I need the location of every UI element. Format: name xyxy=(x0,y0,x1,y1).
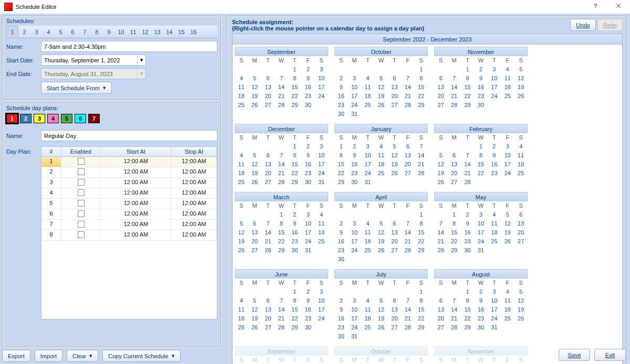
calendar-day[interactable]: 20 xyxy=(261,92,275,101)
calendar-day[interactable]: 26 xyxy=(248,101,261,110)
calendar-day[interactable]: 22 xyxy=(415,92,428,101)
calendar-day[interactable]: 29 xyxy=(288,101,301,110)
calendar-day[interactable]: 22 xyxy=(288,314,301,323)
calendar-day[interactable]: 15 xyxy=(474,160,487,169)
calendar-day[interactable]: 17 xyxy=(474,228,487,237)
plan-swatch[interactable]: 1 xyxy=(6,114,18,123)
calendar-day[interactable]: 20 xyxy=(248,237,261,246)
calendar-day[interactable]: 29 xyxy=(447,246,460,255)
calendar-day[interactable]: 26 xyxy=(248,178,261,187)
calendar-day[interactable]: 25 xyxy=(315,237,328,246)
calendar-day[interactable]: 13 xyxy=(261,305,275,314)
calendar-day[interactable]: 18 xyxy=(501,305,514,314)
calendar-day[interactable]: 30 xyxy=(288,246,301,255)
calendar-day[interactable]: 11 xyxy=(374,151,387,160)
calendar-day[interactable]: 15 xyxy=(334,160,348,169)
calendar-day[interactable]: 17 xyxy=(315,305,328,314)
calendar-day[interactable]: 13 xyxy=(388,83,401,92)
calendar-day[interactable]: 9 xyxy=(474,74,487,83)
calendar-day[interactable]: 20 xyxy=(388,314,401,323)
calendar-day[interactable]: 4 xyxy=(374,142,387,151)
calendar-day[interactable]: 7 xyxy=(275,151,288,160)
schedule-tab[interactable]: 8 xyxy=(91,26,103,38)
calendar-day[interactable]: 1 xyxy=(275,210,288,219)
calendar-day[interactable]: 24 xyxy=(315,314,328,323)
calendar-day[interactable]: 23 xyxy=(474,92,487,101)
calendar-day[interactable]: 23 xyxy=(301,169,314,178)
calendar-day[interactable]: 12 xyxy=(374,305,387,314)
calendar-day[interactable]: 5 xyxy=(248,151,261,160)
calendar-day[interactable]: 16 xyxy=(474,83,487,92)
calendar-day[interactable]: 28 xyxy=(461,178,474,187)
calendar-day[interactable]: 15 xyxy=(447,228,460,237)
calendar-day[interactable]: 6 xyxy=(447,151,460,160)
schedule-tab[interactable]: 9 xyxy=(103,26,115,38)
calendar-day[interactable]: 12 xyxy=(248,160,261,169)
table-row[interactable]: 812:00 AM12:00 AM xyxy=(41,230,217,241)
calendar-day[interactable]: 21 xyxy=(447,92,460,101)
calendar-day[interactable]: 18 xyxy=(374,160,387,169)
calendar-day[interactable]: 26 xyxy=(374,323,387,332)
calendar-day[interactable]: 6 xyxy=(434,296,447,305)
calendar-day[interactable]: 12 xyxy=(514,296,528,305)
row-stop[interactable]: 12:00 AM xyxy=(172,230,217,240)
col-number[interactable]: # xyxy=(41,147,61,156)
calendar-day[interactable]: 31 xyxy=(348,332,361,341)
calendar-day[interactable]: 16 xyxy=(301,160,314,169)
calendar-day[interactable]: 30 xyxy=(474,101,487,110)
calendar-day[interactable]: 24 xyxy=(301,237,314,246)
calendar-day[interactable]: 12 xyxy=(501,219,514,228)
calendar-day[interactable]: 8 xyxy=(474,151,487,160)
calendar-day[interactable]: 7 xyxy=(401,74,414,83)
schedule-tab[interactable]: 10 xyxy=(115,26,127,38)
calendar-day[interactable]: 31 xyxy=(315,178,328,187)
calendar-day[interactable]: 1 xyxy=(461,65,474,74)
calendar-day[interactable]: 6 xyxy=(261,151,275,160)
calendar-day[interactable]: 29 xyxy=(461,323,474,332)
calendar-day[interactable]: 17 xyxy=(501,160,514,169)
calendar-day[interactable]: 1 xyxy=(447,210,460,219)
table-row[interactable]: 112:00 AM12:00 AM xyxy=(41,157,217,167)
calendar-day[interactable]: 16 xyxy=(488,160,501,169)
calendar-day[interactable]: 10 xyxy=(315,296,328,305)
calendar-day[interactable]: 18 xyxy=(315,228,328,237)
calendar-day[interactable]: 28 xyxy=(447,323,460,332)
calendar-day[interactable]: 17 xyxy=(488,83,501,92)
calendar-day[interactable]: 21 xyxy=(401,237,414,246)
calendar-day[interactable]: 19 xyxy=(501,228,514,237)
calendar-day[interactable]: 14 xyxy=(401,228,414,237)
calendar-day[interactable]: 15 xyxy=(288,83,301,92)
calendar-day[interactable]: 1 xyxy=(288,287,301,296)
calendar-day[interactable]: 20 xyxy=(434,314,447,323)
calendar-day[interactable]: 28 xyxy=(275,101,288,110)
calendar-day[interactable]: 30 xyxy=(301,178,314,187)
calendar-day[interactable]: 31 xyxy=(361,178,374,187)
calendar-day[interactable]: 24 xyxy=(315,92,328,101)
calendar-day[interactable]: 20 xyxy=(388,92,401,101)
checkbox-icon[interactable] xyxy=(78,210,85,217)
calendar-day[interactable]: 8 xyxy=(288,296,301,305)
calendar-day[interactable]: 22 xyxy=(447,237,460,246)
start-date-picker[interactable]: Thursday, September 1, 2022 ▾ xyxy=(41,55,146,66)
calendar-day[interactable]: 29 xyxy=(275,246,288,255)
calendar-day[interactable]: 27 xyxy=(261,178,275,187)
row-start[interactable]: 12:00 AM xyxy=(101,178,172,188)
calendar-day[interactable]: 21 xyxy=(275,92,288,101)
calendar-day[interactable]: 22 xyxy=(288,169,301,178)
calendar-day[interactable]: 2 xyxy=(474,287,487,296)
calendar-day[interactable]: 25 xyxy=(488,237,501,246)
calendar-day[interactable]: 12 xyxy=(374,228,387,237)
calendar-day[interactable]: 23 xyxy=(348,169,361,178)
calendar-day[interactable]: 15 xyxy=(288,160,301,169)
calendar-day[interactable]: 20 xyxy=(434,92,447,101)
calendar-day[interactable]: 4 xyxy=(361,296,374,305)
calendar-day[interactable]: 4 xyxy=(361,74,374,83)
calendar-day[interactable]: 12 xyxy=(514,74,528,83)
checkbox-icon[interactable] xyxy=(78,179,85,186)
row-start[interactable]: 12:00 AM xyxy=(101,188,172,198)
calendar-day[interactable]: 1 xyxy=(415,287,428,296)
calendar-day[interactable]: 16 xyxy=(301,83,314,92)
calendar-day[interactable]: 22 xyxy=(461,314,474,323)
calendar-day[interactable]: 8 xyxy=(447,219,460,228)
calendar-day[interactable]: 4 xyxy=(361,219,374,228)
